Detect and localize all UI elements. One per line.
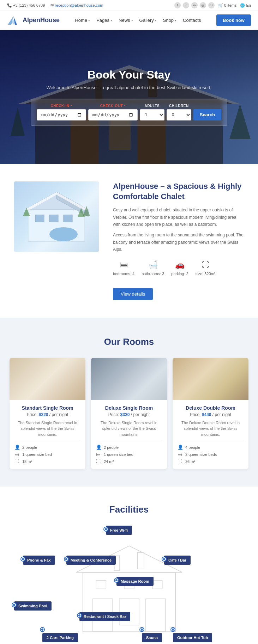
- room-card-2: Deluxe Single Room Price: $320 / per nig…: [91, 358, 167, 469]
- nav-home[interactable]: Home ▾: [75, 18, 90, 23]
- facility-tag-parking: 2 Cars Parking: [42, 633, 78, 642]
- about-image: [14, 181, 99, 252]
- rooms-section-title: Our Rooms: [7, 336, 251, 347]
- svg-rect-32: [137, 552, 144, 569]
- facility-dot-hottub: [171, 628, 175, 631]
- room-price-2: Price: $320 / per night: [96, 412, 162, 417]
- room-desc-3: The Deluxe Double Room revel in splendid…: [178, 420, 244, 438]
- price-value-1: $220: [39, 412, 48, 417]
- hero-section: Book Your Stay Welcome to AlpenHouse – a…: [0, 30, 258, 164]
- svg-rect-19: [64, 215, 72, 222]
- facility-dot-wifi: [104, 527, 108, 531]
- facility-tag-pool: Swimming Pool: [14, 601, 52, 611]
- facilities-section: Facilities Free Wi-fi Phone & Fax Meetin…: [0, 487, 258, 644]
- adults-select[interactable]: 1234: [140, 109, 164, 120]
- facility-dot-phonefax: [21, 557, 25, 561]
- room-desc-2: The Deluxe Single Room revel in splendid…: [96, 420, 162, 438]
- room-image-2: [91, 358, 167, 400]
- top-bar-right: f t in @ g+ 🛒 0 items 🌐 En: [174, 2, 251, 8]
- about-content: AlpenHouse – a Spacious & Highly Comfort…: [113, 181, 244, 300]
- room-feature-bed-3: 🛏 2 queen size beds: [178, 452, 244, 457]
- price-value-2: $320: [120, 412, 130, 417]
- facility-dot-restaurant: [78, 614, 81, 617]
- room-desc-1: The Standart Single Room revel in splend…: [14, 420, 80, 438]
- bed-icon: 🛏: [14, 452, 20, 457]
- gplus-icon[interactable]: g+: [208, 2, 215, 8]
- room-image-3: [173, 358, 248, 400]
- facility-dot-meeting: [65, 557, 68, 561]
- logo-text: AlpenHouse: [23, 17, 60, 24]
- nav-shop[interactable]: Shop ▾: [163, 18, 176, 23]
- checkout-input[interactable]: [88, 109, 138, 120]
- room-features-1: 👤 2 people 🛏 1 queen size bed ⛶ 18 m²: [14, 441, 80, 464]
- amenity-bathrooms: 🛁 bathrooms: 3: [142, 260, 164, 276]
- mail-icon[interactable]: @: [200, 2, 206, 8]
- lang-selector[interactable]: 🌐 En: [240, 3, 251, 8]
- bath-icon: 🛁: [148, 260, 158, 270]
- checkin-input[interactable]: [37, 109, 86, 120]
- room-feature-people-1: 👤 2 people: [14, 445, 80, 450]
- bedroom-count: bedrooms: 4: [113, 272, 134, 276]
- bathroom-count: bathrooms: 3: [142, 272, 164, 276]
- email-link[interactable]: reception@alpenhouse.com: [55, 3, 103, 7]
- svg-marker-11: [11, 107, 25, 136]
- nav-gallery[interactable]: Gallery ▾: [139, 18, 157, 23]
- facility-dot-parking: [41, 628, 44, 631]
- facility-tag-phonefax: Phone & Fax: [23, 556, 55, 565]
- facility-dot-sauna: [140, 628, 144, 631]
- facility-tag-wifi: Free Wi-fi: [106, 526, 132, 535]
- about-title: AlpenHouse – a Spacious & Highly Comfort…: [113, 181, 244, 202]
- book-now-button[interactable]: Book now: [216, 14, 251, 26]
- hero-subtitle: Welcome to AlpenHouse – a great alpine c…: [31, 85, 227, 90]
- facilities-map: Free Wi-fi Phone & Fax Meeting & Confere…: [7, 526, 251, 644]
- svg-rect-18: [49, 215, 58, 222]
- nav-links: Home ▾ Pages ▾ News ▾ Gallery ▾ Shop ▾ C…: [75, 18, 201, 23]
- room-name-3: Deluxe Double Room: [178, 405, 244, 411]
- room-content-3: Deluxe Double Room Price: $440 / per nig…: [173, 400, 248, 469]
- nav-pages[interactable]: Pages ▾: [96, 18, 112, 23]
- search-button[interactable]: Search: [193, 109, 221, 120]
- size-value: size: 320m²: [196, 272, 216, 276]
- parking-count: parking: 2: [171, 272, 188, 276]
- twitter-icon[interactable]: t: [183, 2, 189, 8]
- room-image-1: [10, 358, 85, 400]
- cart-info[interactable]: 🛒 0 items: [218, 3, 237, 8]
- facilities-section-title: Facilities: [7, 504, 251, 515]
- room-feature-people-2: 👤 2 people: [96, 445, 162, 450]
- children-select[interactable]: 0123: [167, 109, 191, 120]
- email-info: ✉ reception@alpenhouse.com: [50, 3, 103, 8]
- view-details-button[interactable]: View details: [113, 288, 153, 300]
- bed-icon: 🛏: [178, 452, 183, 457]
- hero-title: Book Your Stay: [31, 68, 227, 81]
- facility-tag-meeting: Meeting & Conference: [66, 556, 116, 565]
- phone-info: 📞 +3 (123) 456 6789: [7, 3, 45, 8]
- logo[interactable]: AlpenHouse: [7, 16, 60, 25]
- room-feature-people-3: 👤 4 people: [178, 445, 244, 450]
- facility-dot-cafebar: [162, 557, 166, 561]
- rooms-grid: Standart Single Room Price: $220 / per n…: [7, 358, 251, 469]
- amenity-size: ⛶ size: 320m²: [196, 260, 216, 276]
- nav-contacts[interactable]: Contacts: [183, 18, 201, 23]
- facility-dot-massage: [115, 578, 118, 582]
- nav-news[interactable]: News ▾: [119, 18, 133, 23]
- car-icon: 🚗: [175, 260, 185, 270]
- room-content-1: Standart Single Room Price: $220 / per n…: [10, 400, 85, 469]
- room-content-2: Deluxe Single Room Price: $320 / per nig…: [91, 400, 167, 469]
- bed-icon: 🛏: [120, 260, 128, 270]
- checkout-group: CHECK-OUT *: [88, 104, 138, 120]
- room-feature-bed-1: 🛏 1 queen size bed: [14, 452, 80, 457]
- about-section: AlpenHouse – a Spacious & Highly Comfort…: [0, 164, 258, 318]
- size-icon: ⛶: [96, 459, 102, 464]
- people-icon: 👤: [96, 445, 102, 450]
- room-features-3: 👤 4 people 🛏 2 queen size beds ⛶ 36 m²: [178, 441, 244, 464]
- svg-rect-17: [35, 215, 44, 222]
- navbar: AlpenHouse Home ▾ Pages ▾ News ▾ Gallery…: [0, 11, 258, 30]
- facility-tag-massage: Massage Room: [116, 577, 154, 586]
- logo-icon: [7, 16, 20, 25]
- amenities: 🛏 bedrooms: 4 🛁 bathrooms: 3 🚗 parking: …: [113, 260, 244, 276]
- about-text1: Cosy and well equipped chalet, situated …: [113, 206, 244, 228]
- facebook-icon[interactable]: f: [174, 2, 181, 8]
- instagram-icon[interactable]: in: [191, 2, 198, 8]
- facility-tag-sauna: Sauna: [142, 633, 162, 642]
- children-label: CHILDREN: [167, 104, 191, 108]
